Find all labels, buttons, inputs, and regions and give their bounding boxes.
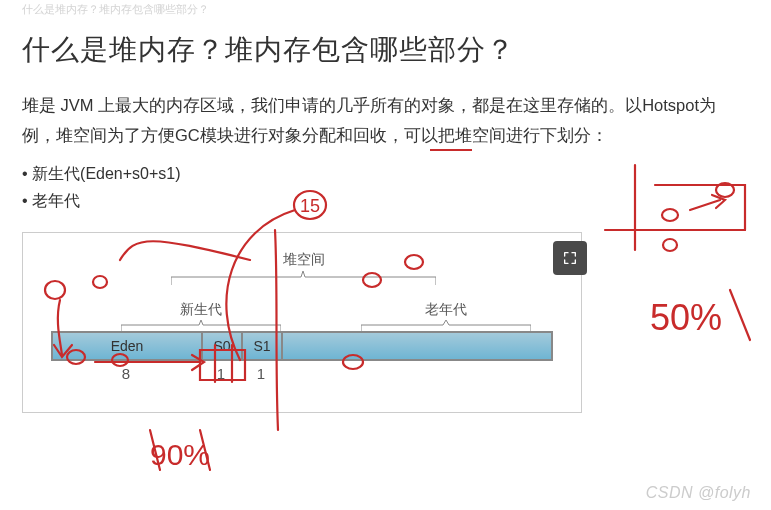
red-underline-icon <box>430 149 472 151</box>
description-text: 堆是 JVM 上最大的内存区域，我们申请的几乎所有的对象，都是在这里存储的。以H… <box>22 96 716 144</box>
expand-button[interactable] <box>553 241 587 275</box>
page-title: 什么是堆内存？堆内存包含哪些部分？ <box>22 31 749 69</box>
old-gen-bracket: 老年代 <box>361 301 531 335</box>
heap-space-label: 堆空间 <box>283 251 325 269</box>
ratio-eden: 8 <box>51 365 201 382</box>
bullet-young-gen: • 新生代(Eden+s0+s1) <box>22 164 749 185</box>
ratio-row: 8 1 1 <box>51 365 553 382</box>
ratio-s1: 1 <box>241 365 281 382</box>
annotation-ninety: 90% <box>150 438 210 471</box>
segment-old <box>283 333 551 359</box>
watermark: CSDN @folyh <box>646 484 751 502</box>
segment-s0: S0 <box>203 333 243 359</box>
breadcrumb: 什么是堆内存？堆内存包含哪些部分？ <box>22 0 749 25</box>
young-gen-bracket: 新生代 <box>121 301 281 335</box>
heap-diagram: 堆空间 新生代 老年代 Eden S0 S1 8 1 1 <box>22 232 582 413</box>
heap-bar: Eden S0 S1 <box>51 331 553 361</box>
description-paragraph: 堆是 JVM 上最大的内存区域，我们申请的几乎所有的对象，都是在这里存储的。以H… <box>22 91 749 150</box>
segment-eden: Eden <box>53 333 203 359</box>
ratio-s0: 1 <box>201 365 241 382</box>
segment-s1: S1 <box>243 333 283 359</box>
annotation-fifty: 50% <box>650 297 722 338</box>
old-gen-label: 老年代 <box>425 301 467 317</box>
heap-space-bracket: 堆空间 <box>171 251 436 285</box>
svg-point-10 <box>663 239 677 251</box>
young-gen-label: 新生代 <box>180 301 222 317</box>
expand-icon <box>562 250 578 266</box>
bullet-old-gen: • 老年代 <box>22 191 749 212</box>
